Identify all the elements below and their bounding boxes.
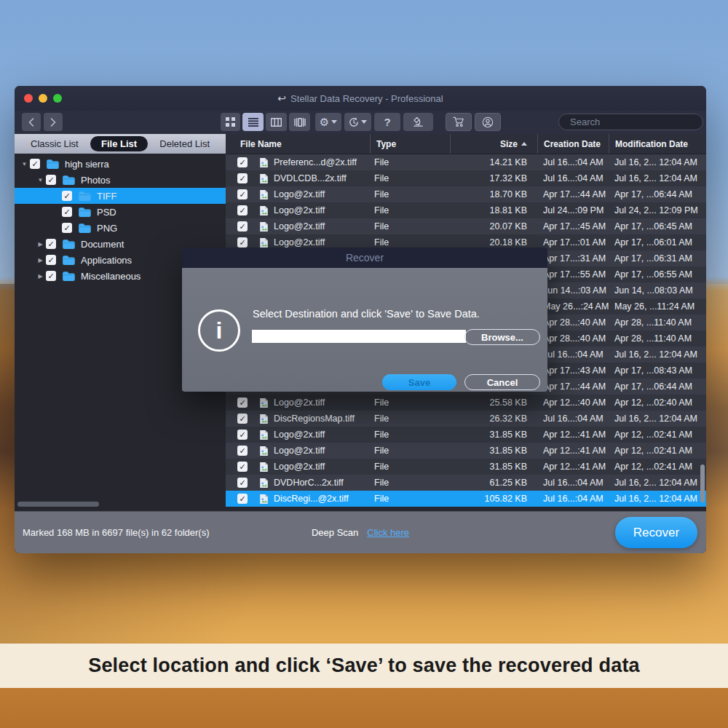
tab-classic-list[interactable]: Classic List — [25, 136, 84, 151]
destination-path-input[interactable] — [252, 330, 466, 343]
disclosure-closed-icon[interactable]: ▶ — [35, 273, 46, 280]
row-type: File — [370, 494, 450, 504]
icon-view-button[interactable] — [221, 113, 240, 131]
save-button[interactable]: Save — [382, 374, 456, 390]
search-field[interactable] — [558, 114, 703, 130]
preview-scan-button[interactable] — [403, 113, 433, 131]
tab-file-list[interactable]: File List — [90, 136, 148, 151]
row-checkbox[interactable]: ✓ — [237, 397, 248, 408]
row-type: File — [370, 462, 450, 472]
row-modification-date: Apr 12, ...02:40 AM — [609, 397, 706, 408]
row-creation-date: Apr 12...:40 AM — [537, 397, 609, 408]
row-checkbox[interactable]: ✓ — [237, 189, 248, 199]
chevron-down-icon — [331, 120, 337, 124]
file-icon — [259, 237, 269, 248]
grid-view-icon — [226, 117, 235, 127]
tree-checkbox[interactable]: ✓ — [30, 159, 40, 169]
table-row[interactable]: ✓ DiscRegi...@2x.tiffFile105.82 KBJul 16… — [226, 491, 706, 507]
disclosure-open-icon[interactable]: ▼ — [19, 161, 30, 167]
deep-scan-link[interactable]: Click here — [367, 527, 409, 538]
row-creation-date: Apr 17...:55 AM — [537, 269, 609, 280]
table-row[interactable]: ✓ Logo@2x.tiffFile18.81 KBJul 24...:09 P… — [226, 202, 706, 218]
row-size: 31.85 KB — [450, 446, 537, 456]
vertical-scrollbar-thumb[interactable] — [700, 464, 705, 502]
file-name-text: DVDHorC...2x.tiff — [274, 478, 344, 488]
nav-forward-button[interactable] — [44, 113, 63, 131]
disclosure-closed-icon[interactable]: ▶ — [35, 241, 46, 248]
tree-checkbox[interactable]: ✓ — [62, 207, 72, 217]
table-row[interactable]: ✓ Logo@2x.tiffFile25.58 KBApr 12...:40 A… — [226, 395, 706, 411]
cancel-button[interactable]: Cancel — [464, 374, 540, 390]
tree-item-tiff[interactable]: ✓ TIFF — [15, 188, 226, 204]
row-file-name: DiscRegionsMap.tiff — [259, 414, 370, 424]
row-checkbox[interactable]: ✓ — [237, 173, 248, 183]
tree-checkbox[interactable]: ✓ — [46, 175, 56, 185]
disclosure-closed-icon[interactable]: ▶ — [35, 257, 46, 264]
coverflow-view-icon — [294, 118, 306, 127]
tree-item-psd[interactable]: ✓ PSD — [15, 204, 226, 220]
tree-checkbox[interactable]: ✓ — [62, 223, 72, 233]
column-header-size[interactable]: Size — [450, 134, 537, 154]
row-modification-date: Apr 17, ...06:55 AM — [609, 269, 706, 280]
table-row[interactable]: ✓ DVDHorC...2x.tiffFile61.25 KBJul 16...… — [226, 475, 706, 491]
account-button[interactable] — [475, 113, 501, 131]
table-row[interactable]: ✓ Logo@2x.tiffFile31.85 KBApr 12...:41 A… — [226, 427, 706, 443]
horizontal-scrollbar-thumb[interactable] — [17, 502, 99, 507]
row-modification-date: Jul 24, 2... 12:09 PM — [609, 205, 706, 215]
tree-item-photos[interactable]: ▼✓ Photos — [15, 172, 226, 188]
dialog-message: Select Destination and click 'Save' to S… — [253, 308, 480, 320]
tree-item-png[interactable]: ✓ PNG — [15, 220, 226, 236]
recover-button[interactable]: Recover — [615, 517, 697, 548]
table-row[interactable]: ✓ Logo@2x.tiffFile20.07 KBApr 17...:45 A… — [226, 218, 706, 234]
coverflow-view-button[interactable] — [289, 113, 310, 131]
row-checkbox[interactable]: ✓ — [237, 157, 248, 167]
row-file-name: Logo@2x.tiff — [259, 397, 370, 408]
file-icon-wrap — [259, 189, 269, 200]
column-view-button[interactable] — [266, 113, 287, 131]
row-checkbox-cell: ✓ — [226, 430, 259, 440]
browse-button[interactable]: Browse... — [464, 329, 540, 345]
tree-item-high-sierra[interactable]: ▼✓ high sierra — [15, 156, 226, 172]
table-row[interactable]: ✓ DiscRegionsMap.tiffFile26.32 KBJul 16.… — [226, 411, 706, 427]
row-file-name: Logo@2x.tiff — [259, 205, 370, 216]
table-row[interactable]: ✓ Preferenc...d@2x.tiffFile14.21 KBJul 1… — [226, 154, 706, 170]
table-row[interactable]: ✓ DVDLCDB...2x.tiffFile17.32 KBJul 16...… — [226, 170, 706, 186]
settings-dropdown-button[interactable]: ⚙ — [315, 113, 341, 131]
column-header-type[interactable]: Type — [370, 134, 450, 154]
tree-checkbox[interactable]: ✓ — [46, 255, 56, 265]
row-checkbox[interactable]: ✓ — [237, 478, 248, 488]
column-header-file-name[interactable]: File Name — [226, 139, 370, 149]
table-row[interactable]: ✓ Logo@2x.tiffFile18.70 KBApr 17...:44 A… — [226, 186, 706, 202]
file-icon-wrap — [259, 237, 269, 248]
tree-item-label: PSD — [97, 207, 116, 218]
list-view-button[interactable] — [242, 113, 264, 131]
tab-deleted-list[interactable]: Deleted List — [154, 136, 215, 151]
column-header-modification-date[interactable]: Modification Date — [609, 134, 706, 154]
row-modification-date: Apr 17, ...06:45 AM — [609, 221, 706, 232]
row-checkbox[interactable]: ✓ — [237, 221, 248, 232]
buy-online-button[interactable] — [446, 113, 472, 131]
search-input[interactable] — [569, 116, 700, 128]
table-row[interactable]: ✓ Logo@2x.tiffFile31.85 KBApr 12...:41 A… — [226, 459, 706, 475]
row-checkbox[interactable]: ✓ — [237, 494, 248, 504]
row-checkbox[interactable]: ✓ — [237, 430, 248, 440]
row-size: 25.58 KB — [450, 397, 537, 408]
row-checkbox[interactable]: ✓ — [237, 414, 248, 424]
tree-checkbox[interactable]: ✓ — [46, 239, 56, 249]
tree-checkbox[interactable]: ✓ — [62, 191, 72, 201]
row-type: File — [370, 414, 450, 424]
disclosure-open-icon[interactable]: ▼ — [35, 177, 46, 183]
row-checkbox[interactable]: ✓ — [237, 237, 248, 248]
help-button[interactable]: ? — [374, 113, 400, 131]
tree-checkbox[interactable]: ✓ — [46, 271, 56, 281]
row-size: 14.21 KB — [450, 157, 537, 167]
row-checkbox[interactable]: ✓ — [237, 205, 248, 215]
resume-recovery-dropdown-button[interactable] — [344, 113, 371, 131]
nav-back-button[interactable] — [22, 113, 41, 131]
column-header-creation-date[interactable]: Creation Date — [537, 134, 609, 154]
row-checkbox[interactable]: ✓ — [237, 446, 248, 456]
table-row[interactable]: ✓ Logo@2x.tiffFile31.85 KBApr 12...:41 A… — [226, 443, 706, 459]
row-creation-date: May 26...:24 AM — [537, 301, 609, 312]
row-file-name: Preferenc...d@2x.tiff — [259, 157, 370, 168]
row-checkbox[interactable]: ✓ — [237, 462, 248, 472]
